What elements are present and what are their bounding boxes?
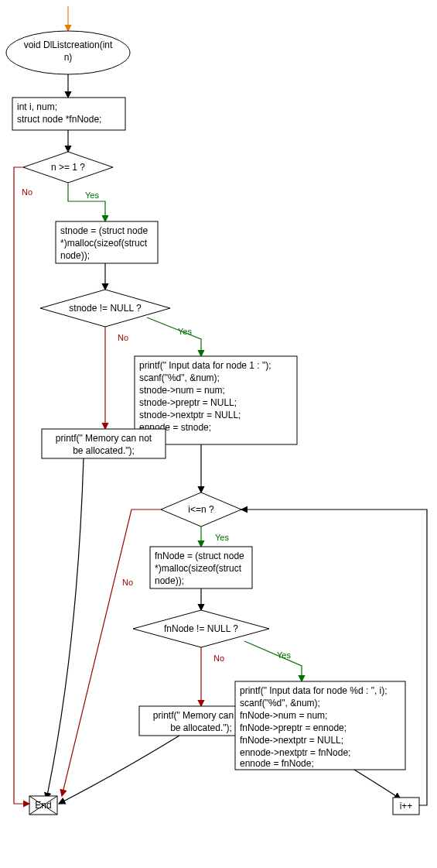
alloc-fn-0: fnNode = (struct node: [155, 551, 244, 561]
lbl-yes-3: Yes: [215, 533, 229, 542]
lbl-yes-4: Yes: [277, 650, 291, 660]
decl-line-1: struct node *fnNode;: [17, 114, 101, 125]
loopcond-text: i<=n ?: [188, 504, 214, 515]
cond4-text: fnNode != NULL ?: [164, 623, 238, 634]
lbl-no-4: No: [213, 654, 224, 663]
lb-6: ennode = fnNode;: [240, 758, 314, 769]
init-4: stnode->nextptr = NULL;: [139, 410, 241, 420]
inc-text: i++: [400, 801, 413, 811]
cond1-text: n >= 1 ?: [51, 162, 85, 173]
lbl-no-2: No: [118, 333, 128, 342]
memfail1-a: printf(" Memory can not: [56, 433, 152, 444]
lb-1: scanf("%d", &num);: [240, 698, 320, 708]
fn-sig-line2: n): [64, 52, 73, 63]
lbl-yes-1: Yes: [85, 190, 99, 200]
init-3: stnode->preptr = NULL;: [139, 397, 237, 408]
fn-sig-line1: void DlListcreation(int: [24, 39, 113, 50]
alloc-st-1: *)malloc(sizeof(struct: [60, 238, 148, 249]
memfail1-b: be allocated.");: [73, 445, 135, 456]
decl-line-0: int i, num;: [17, 101, 57, 112]
lb-3: fnNode->preptr = ennode;: [240, 722, 347, 733]
lb-4: fnNode->nextptr = NULL;: [240, 735, 343, 746]
init-1: scanf("%d", &num);: [139, 372, 220, 383]
lb-2: fnNode->num = num;: [240, 710, 327, 721]
end-text: End: [35, 800, 51, 811]
init-0: printf(" Input data for node 1 : ");: [139, 360, 271, 371]
alloc-fn-2: node));: [155, 575, 184, 586]
init-2: stnode->num = num;: [139, 385, 225, 396]
alloc-st-0: stnode = (struct node: [60, 225, 148, 236]
cond2-text: stnode != NULL ?: [69, 303, 142, 314]
alloc-st-2: node));: [60, 250, 90, 261]
memfail2-b: be allocated.");: [170, 722, 232, 733]
lbl-no-3: No: [122, 578, 133, 587]
alloc-fn-1: *)malloc(sizeof(struct: [155, 563, 242, 574]
lb-0: printf(" Input data for node %d : ", i);: [240, 685, 387, 696]
flowchart-svg: void DlListcreation(int n) int i, num; s…: [0, 0, 437, 868]
lbl-no-1: No: [22, 187, 32, 197]
lbl-yes-2: Yes: [178, 327, 192, 336]
lb-5: ennode->nextptr = fnNode;: [240, 747, 350, 758]
